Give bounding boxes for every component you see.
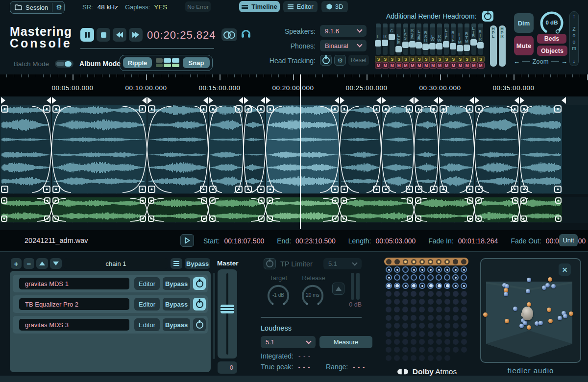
meter-fader-handle[interactable] — [389, 34, 395, 40]
head-tracking-power-button[interactable] — [320, 55, 332, 66]
remove-plugin-button[interactable]: − — [24, 258, 34, 269]
limiter-mode-dropdown[interactable]: 5.1 — [323, 258, 362, 269]
trim-marker-icon[interactable] — [562, 97, 566, 104]
plugin-editor-button[interactable]: Editor — [134, 277, 160, 290]
phones-dropdown[interactable]: Binaural — [320, 40, 367, 51]
clip-boundary-markers[interactable] — [142, 97, 152, 104]
solo-button[interactable]: S — [416, 56, 423, 62]
tab-3d[interactable]: 3D — [321, 1, 348, 12]
master-fader-handle[interactable] — [220, 305, 234, 313]
chain-menu-button[interactable] — [171, 258, 182, 269]
chain-name-field[interactable]: chain 1 — [64, 258, 168, 269]
mute-button[interactable]: M — [389, 62, 396, 69]
mute-button[interactable]: M — [450, 62, 457, 69]
preview-play-button[interactable] — [180, 234, 194, 247]
mute-button[interactable]: M — [464, 62, 471, 69]
limiter-target-knob[interactable]: -1 dB — [266, 283, 291, 307]
plugin-bypass-button[interactable]: Bypass — [163, 298, 190, 310]
limiter-power-button[interactable] — [264, 258, 276, 269]
phones-fader-hpr[interactable]: HPR — [499, 25, 506, 67]
mute-button[interactable]: M — [416, 62, 423, 69]
field-value[interactable]: 00:01:18.264 — [458, 237, 498, 245]
objects-button[interactable]: Objects — [537, 46, 567, 56]
solo-button[interactable]: S — [464, 56, 471, 62]
error-status-button[interactable]: No Error — [185, 1, 211, 12]
mute-button[interactable]: M — [409, 62, 416, 69]
mute-button[interactable]: M — [443, 62, 450, 69]
mute-button[interactable]: M — [375, 62, 382, 69]
meter-fader-handle[interactable] — [450, 43, 456, 49]
3d-viewer-panel[interactable]: ✕ — [480, 258, 581, 363]
beds-button[interactable]: Beds — [537, 34, 566, 44]
vertical-zoom-control[interactable]: ↑ Zoom ↓ — [569, 11, 579, 66]
plugin-name-field[interactable]: TB Equalizer Pro 2 — [19, 298, 129, 310]
clip-boundary-markers[interactable] — [47, 97, 56, 104]
clip-boundary-markers[interactable] — [434, 97, 443, 104]
clip-boundary-markers[interactable] — [203, 97, 213, 104]
master-value-field[interactable]: 0 — [218, 361, 237, 374]
plugin-name-field[interactable]: gravitas MDS 3 — [19, 319, 129, 331]
field-value[interactable]: 00:05:03.000 — [376, 237, 416, 245]
solo-button[interactable]: S — [375, 56, 382, 62]
meter-fader-handle[interactable] — [436, 43, 442, 49]
solo-button[interactable]: S — [422, 56, 430, 62]
ripple-button[interactable]: Ripple — [123, 57, 152, 68]
mute-button[interactable]: M — [422, 62, 430, 69]
clip-boundary-markers[interactable] — [409, 97, 419, 104]
plugin-power-button[interactable] — [193, 318, 206, 331]
meter-fader-handle[interactable] — [443, 41, 449, 48]
meter-fader-handle[interactable] — [464, 45, 470, 51]
solo-button[interactable]: S — [477, 56, 485, 62]
solo-button[interactable]: S — [382, 56, 389, 62]
plugin-editor-button[interactable]: Editor — [134, 318, 160, 331]
solo-button[interactable]: S — [470, 56, 478, 62]
mute-button[interactable]: M — [470, 62, 478, 69]
add-plugin-button[interactable]: + — [11, 258, 22, 269]
mute-button[interactable]: M — [436, 62, 443, 69]
rewind-button[interactable] — [113, 28, 126, 42]
meter-fader-handle[interactable] — [409, 41, 416, 48]
plugin-name-field[interactable]: gravitas MDS 1 — [19, 278, 129, 289]
chain-bypass-button[interactable]: Bypass — [185, 258, 210, 269]
clip-layout-icon[interactable] — [156, 58, 180, 68]
limiter-release-knob[interactable]: 20 ms — [300, 283, 325, 307]
unit-button[interactable]: Unit — [559, 234, 578, 246]
master-fader[interactable] — [218, 269, 237, 358]
plugin-power-button[interactable] — [193, 277, 206, 290]
meter-fader-handle[interactable] — [429, 43, 436, 49]
meter-fader-handle[interactable] — [382, 40, 388, 46]
meter-fader-handle[interactable] — [395, 46, 402, 52]
mute-button[interactable]: M — [395, 62, 403, 69]
timeline-ruler[interactable]: 00:05:00.00000:10:00.00000:15:00.00000:2… — [0, 74, 588, 96]
snap-button[interactable]: Snap — [183, 57, 210, 68]
gear-icon[interactable]: ⚙ — [56, 4, 62, 11]
mute-button[interactable]: M — [382, 62, 389, 69]
trim-marker-icon[interactable] — [1, 97, 5, 104]
loudness-mode-dropdown[interactable]: 5.1 — [261, 336, 316, 348]
meter-fader-handle[interactable] — [422, 44, 429, 50]
session-group[interactable]: Session ⚙ — [10, 1, 65, 14]
solo-button[interactable]: S — [457, 56, 464, 62]
main-gain-knob[interactable]: 0 dB — [539, 9, 564, 35]
clip-boundary-markers[interactable] — [261, 97, 270, 104]
field-value[interactable]: 00:18:07.500 — [224, 237, 264, 245]
solo-button[interactable]: S — [402, 56, 410, 62]
mode-toggle[interactable] — [55, 60, 74, 68]
phones-fader-hpl[interactable]: HPL — [490, 25, 497, 67]
move-up-button[interactable] — [36, 258, 48, 269]
plugin-editor-button[interactable]: Editor — [134, 298, 160, 310]
solo-button[interactable]: S — [436, 56, 443, 62]
chain-scrollbar[interactable] — [213, 273, 215, 359]
stop-button[interactable] — [97, 28, 110, 42]
move-down-button[interactable] — [50, 258, 62, 269]
mute-button[interactable]: M — [477, 62, 485, 69]
forward-button[interactable] — [129, 28, 143, 42]
binaural-toggle[interactable] — [221, 28, 237, 41]
clip-boundary-markers[interactable] — [514, 97, 524, 104]
mute-button[interactable]: M — [402, 62, 410, 69]
measure-button[interactable]: Measure — [319, 336, 372, 348]
head-tracking-reset-button[interactable]: Reset — [348, 55, 369, 66]
meter-fader-handle[interactable] — [457, 45, 463, 51]
downmix-waveform-track[interactable] — [0, 197, 588, 223]
solo-button[interactable]: S — [429, 56, 437, 62]
